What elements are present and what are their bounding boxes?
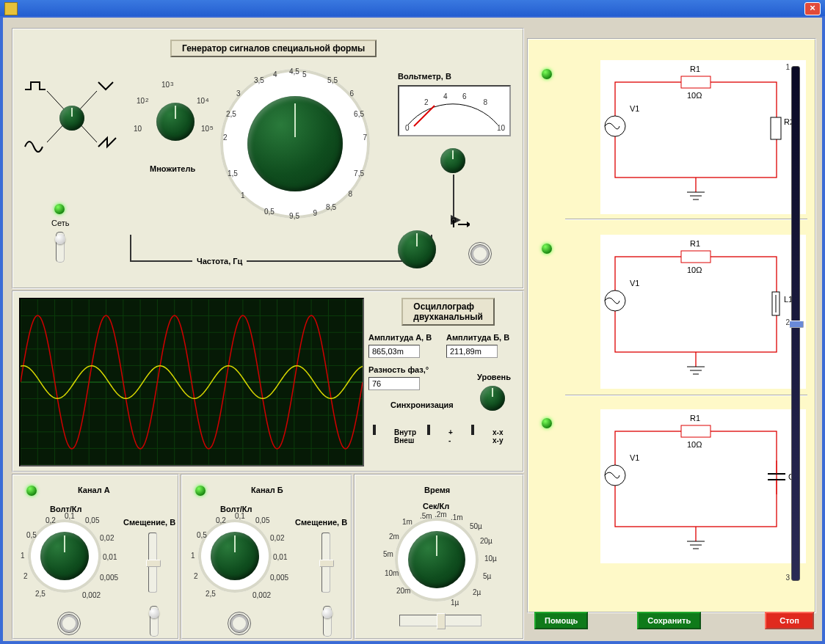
c1-r1: R1 [690, 65, 700, 73]
c2-v1: V1 [630, 279, 639, 288]
time-tick: .1m [451, 513, 463, 522]
time-hslider[interactable] [399, 615, 481, 626]
freq-tick: 9 [313, 209, 317, 217]
circuit-3[interactable]: R1 10Ω V1 C1 [600, 409, 806, 563]
phase-label: Разность фаз,° [368, 365, 429, 374]
voltmeter-label: Вольтметр, В [398, 72, 451, 81]
waveform-selector[interactable] [21, 79, 123, 160]
c3-r1: R1 [690, 414, 700, 422]
chA-volt-knob[interactable] [28, 519, 101, 593]
ampB-label: Амплитуда Б, В [446, 333, 509, 342]
sync-rocker-2[interactable]: + - [427, 425, 453, 447]
svg-point-19 [605, 290, 625, 311]
freq-tick: 9,5 [289, 212, 299, 220]
panel-circuits: R1 10Ω V1 R2 R1 10Ω V1 [527, 38, 816, 613]
chB-led [195, 486, 206, 496]
chB-tick: 0,02 [270, 534, 284, 542]
chB-tick: 1 [191, 552, 195, 560]
freq-tick: 4 [273, 70, 277, 78]
mult-exp: 2 [145, 97, 148, 103]
time-tick: 20µ [480, 537, 493, 545]
mult-exp: 5 [210, 125, 213, 131]
button-bar: Помощь Сохранить Стоп [534, 616, 814, 625]
chA-connector[interactable] [57, 612, 81, 635]
voltmeter-knob[interactable] [440, 148, 465, 173]
rocker3-a: x-x [493, 428, 503, 436]
ground-icon [449, 217, 470, 235]
freq-tick: 4,5 [289, 67, 299, 76]
chA-tick: 0,02 [100, 534, 114, 542]
freq-tick: 3 [236, 89, 241, 98]
svg-line-1 [78, 91, 97, 111]
chA-switch[interactable] [150, 606, 159, 637]
chB-tick: 2,5 [206, 590, 216, 598]
window-close-button[interactable]: × [804, 2, 821, 15]
svg-rect-10 [681, 76, 710, 88]
circuit-select-slider[interactable] [791, 66, 800, 581]
stop-button[interactable]: Стоп [765, 612, 814, 629]
sync-label: Синхронизация [390, 400, 454, 409]
freq-tick: 8 [348, 190, 352, 198]
frequency-label: Частота, Гц [192, 257, 247, 266]
sync-rocker-1[interactable]: Внутр Внеш [373, 425, 416, 447]
chA-offset-label: Смещение, В [123, 518, 175, 527]
chA-tick: 0,002 [82, 591, 101, 599]
freq-tick: 6 [349, 89, 354, 98]
mult-tick: 10 [197, 97, 205, 105]
app-icon [4, 2, 18, 15]
chA-tick: 1 [21, 552, 25, 560]
mult-exp: 4 [206, 97, 208, 103]
circuit-2[interactable]: R1 10Ω V1 L1 [600, 235, 806, 389]
scope-title: Осциллограф двухканальный [401, 298, 495, 326]
chA-offset-slider[interactable] [148, 533, 157, 593]
power-switch[interactable] [56, 232, 65, 263]
time-tick: 20m [396, 587, 410, 595]
vm-tick: 0 [405, 124, 410, 132]
output-connector[interactable] [468, 242, 492, 266]
circuit-1[interactable]: R1 10Ω V1 R2 [600, 60, 806, 214]
chB-title: Канал Б [251, 486, 283, 494]
chB-tick: 0,01 [273, 553, 287, 561]
generator-title: Генератор сигналов специальной формы [170, 40, 377, 57]
panel-channel-b: Канал Б Волт/Кл Смещение, В 0,2 0,1 0,05… [181, 474, 352, 640]
freq-fine-knob[interactable] [398, 230, 436, 268]
time-tick: 1µ [451, 599, 459, 607]
rocker2-a: + [448, 428, 453, 436]
scope-screen [19, 298, 364, 466]
sync-rocker-3[interactable]: x-x x-y [471, 425, 504, 447]
mult-tick: 10 [137, 97, 145, 105]
chB-volt-knob[interactable] [198, 519, 272, 593]
chA-tick: 0,2 [46, 516, 56, 524]
chA-tick: 0,1 [65, 512, 75, 520]
scope-title-line2: двухканальный [413, 312, 483, 322]
freq-tick: 8,5 [326, 203, 336, 211]
help-button[interactable]: Помощь [534, 612, 588, 629]
chB-offset-slider[interactable] [321, 533, 330, 593]
mult-exp: 3 [170, 81, 173, 87]
vm-tick: 2 [424, 98, 429, 106]
c3-r1v: 10Ω [687, 440, 702, 449]
chB-switch[interactable] [323, 606, 332, 637]
frequency-dial[interactable]: 0,5 1 1,5 2 2,5 3 3,5 4 4,5 5 5,5 6 6,5 … [220, 69, 370, 219]
freq-tick: 2 [223, 133, 228, 142]
svg-rect-18 [681, 251, 710, 263]
panel-scope: Осциллограф двухканальный Амплитуда А, В… [12, 290, 524, 472]
chA-tick: 0,005 [100, 574, 118, 582]
time-sec-label: Сек/Кл [423, 502, 449, 511]
rocker3-b: x-y [493, 436, 503, 444]
freq-tick: 1 [241, 191, 245, 200]
time-tick: 10µ [484, 555, 497, 563]
panel-generator: Генератор сигналов специальной формы Сет… [12, 28, 524, 289]
circuit3-led [542, 418, 552, 428]
multiplier-control[interactable]: 10 10 2 10 3 10 4 10 5 [131, 73, 219, 176]
chB-connector[interactable] [228, 612, 251, 635]
save-button[interactable]: Сохранить [637, 612, 701, 629]
circuit1-led [542, 69, 552, 79]
freq-tick: 5,5 [327, 76, 338, 84]
rocker2-b: - [448, 436, 451, 444]
c3-v1: V1 [630, 453, 639, 462]
freq-tick: 7 [363, 133, 367, 142]
freq-tick: 5 [302, 70, 307, 78]
app-content: Генератор сигналов специальной формы Сет… [3, 18, 822, 641]
level-knob[interactable] [480, 386, 505, 411]
